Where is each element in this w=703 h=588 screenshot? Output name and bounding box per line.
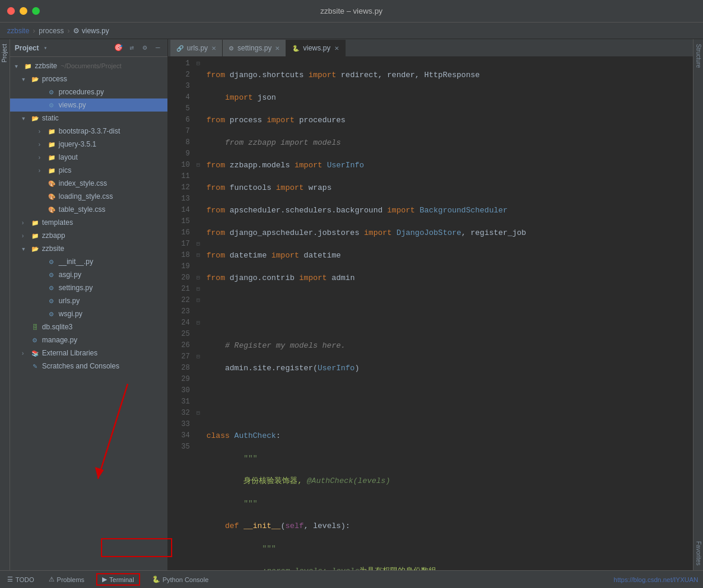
bottom-tab-problems[interactable]: ⚠ Problems bbox=[46, 574, 87, 584]
minimize-button[interactable] bbox=[20, 7, 27, 15]
tree-label-manage: manage.py bbox=[42, 336, 77, 344]
py-icon-procedures: ⚙ bbox=[47, 87, 56, 97]
maximize-button[interactable] bbox=[32, 7, 40, 15]
favorites-label[interactable]: Favorites bbox=[694, 536, 703, 570]
tree-arrow-external: › bbox=[22, 350, 30, 357]
code-content[interactable]: from django.shortcuts import redirect, r… bbox=[202, 57, 693, 570]
tree-label-bootstrap: bootstrap-3.3.7-dist bbox=[59, 127, 120, 135]
tree-label-asgi: asgi.py bbox=[59, 271, 81, 279]
left-side-panel: Project bbox=[0, 39, 10, 570]
tree-item-static[interactable]: ▾ 📂 static bbox=[10, 112, 167, 125]
tree-label-db: db.sqlite3 bbox=[42, 323, 72, 331]
py-icon-views: ⚙ bbox=[47, 100, 56, 110]
breadcrumb: zzbsite › process › ⚙ views.py bbox=[0, 23, 703, 39]
tree-item-zzbsite[interactable]: ▾ 📂 zzbsite bbox=[10, 242, 167, 255]
tree-item-manage[interactable]: ⚙ manage.py bbox=[10, 333, 167, 347]
structure-label[interactable]: Structure bbox=[694, 39, 703, 73]
close-panel-icon[interactable]: — bbox=[153, 43, 163, 53]
tree-arrow-bootstrap: › bbox=[39, 128, 47, 135]
py-icon-urls: ⚙ bbox=[47, 296, 56, 306]
tree-label-loading-css: loading_style.css bbox=[59, 192, 113, 201]
tree-arrow-zzbapp: › bbox=[22, 233, 30, 239]
tree-item-layout[interactable]: › 📁 layout bbox=[10, 151, 167, 164]
tree-arrow-jquery: › bbox=[39, 141, 47, 148]
bottom-tab-python-console[interactable]: 🐍 Python Console bbox=[150, 574, 211, 584]
tree-item-views[interactable]: ⚙ views.py bbox=[10, 98, 167, 112]
tree-item-root[interactable]: ▾ 📁 zzbsite ~/Documents/Project bbox=[10, 59, 167, 72]
window-controls bbox=[7, 7, 40, 15]
tab-views[interactable]: 🐍 views.py ✕ bbox=[286, 40, 345, 56]
collapse-icon[interactable]: ⇄ bbox=[127, 43, 137, 53]
db-icon: 🗄 bbox=[30, 322, 40, 332]
tree-label-init: __init__.py bbox=[59, 258, 93, 266]
breadcrumb-sep-2: › bbox=[67, 27, 69, 35]
tree-item-urls[interactable]: ⚙ urls.py bbox=[10, 294, 167, 307]
tree-label-process: process bbox=[42, 75, 67, 83]
scratches-icon: ✎ bbox=[30, 361, 40, 371]
bottom-tab-todo[interactable]: ☰ TODO bbox=[5, 574, 37, 584]
tab-icon-views: 🐍 bbox=[292, 45, 299, 52]
folder-icon-bootstrap: 📁 bbox=[47, 126, 56, 136]
tree-item-scratches[interactable]: ✎ Scratches and Consoles bbox=[10, 360, 167, 373]
folder-icon-zzbsite: 📂 bbox=[30, 244, 40, 253]
tree-item-pics[interactable]: › 📁 pics bbox=[10, 164, 167, 177]
py-icon-init: ⚙ bbox=[47, 257, 56, 266]
tree-item-wsgi[interactable]: ⚙ wsgi.py bbox=[10, 307, 167, 320]
tab-urls[interactable]: 🔗 urls.py ✕ bbox=[170, 40, 223, 56]
python-console-label: Python Console bbox=[163, 576, 209, 583]
css-icon-index: 🎨 bbox=[47, 179, 56, 188]
tree-item-process[interactable]: ▾ 📂 process bbox=[10, 72, 167, 85]
breadcrumb-item-file[interactable]: ⚙ views.py bbox=[73, 27, 109, 35]
folder-icon-static: 📂 bbox=[30, 113, 40, 123]
breadcrumb-sep-1: › bbox=[33, 27, 35, 35]
py-icon-asgi: ⚙ bbox=[47, 270, 56, 279]
bottom-tab-terminal[interactable]: ▶ Terminal bbox=[96, 573, 140, 586]
tree-item-loading-css[interactable]: 🎨 loading_style.css bbox=[10, 190, 167, 203]
tree-label-index-css: index_style.css bbox=[59, 179, 107, 187]
tree-label-pics: pics bbox=[59, 166, 71, 174]
tree-item-index-css[interactable]: 🎨 index_style.css bbox=[10, 177, 167, 190]
tree-label-layout: layout bbox=[59, 153, 78, 161]
folder-icon-jquery: 📁 bbox=[47, 139, 56, 149]
tab-close-urls[interactable]: ✕ bbox=[211, 45, 216, 52]
titlebar: zzbsite – views.py bbox=[0, 0, 703, 23]
tree-item-settings[interactable]: ⚙ settings.py bbox=[10, 281, 167, 294]
close-button[interactable] bbox=[7, 7, 15, 15]
tree-item-bootstrap[interactable]: › 📁 bootstrap-3.3.7-dist bbox=[10, 125, 167, 138]
breadcrumb-item-process[interactable]: process bbox=[39, 27, 64, 35]
project-panel-title: Project bbox=[15, 44, 39, 52]
tab-settings[interactable]: ⚙ settings.py ✕ bbox=[223, 40, 286, 56]
tree-label-templates: templates bbox=[42, 218, 73, 227]
status-url: https://blog.csdn.net/IYXUAN bbox=[614, 576, 698, 583]
terminal-icon: ▶ bbox=[102, 576, 107, 583]
tree-item-jquery[interactable]: › 📁 jquery-3.5.1 bbox=[10, 138, 167, 151]
tree-item-templates[interactable]: › 📁 templates bbox=[10, 216, 167, 229]
tree-label-root: zzbsite bbox=[35, 62, 57, 70]
py-icon-settings: ⚙ bbox=[47, 283, 56, 293]
tree-label-views: views.py bbox=[59, 101, 86, 109]
breadcrumb-item-root[interactable]: zzbsite bbox=[7, 27, 29, 35]
tree-item-table-css[interactable]: 🎨 table_style.css bbox=[10, 203, 167, 216]
tree-item-external[interactable]: › 📚 External Libraries bbox=[10, 347, 167, 360]
tree-item-asgi[interactable]: ⚙ asgi.py bbox=[10, 268, 167, 281]
tree-item-init[interactable]: ⚙ __init__.py bbox=[10, 255, 167, 268]
tree-label-external: External Libraries bbox=[42, 349, 97, 357]
project-dropdown-icon[interactable]: ▾ bbox=[44, 45, 48, 52]
tree-label-zzbsite: zzbsite bbox=[42, 244, 64, 253]
code-editor[interactable]: 1 2 3 4 5 6 7 8 9 10 11 12 13 14 15 16 1… bbox=[168, 57, 693, 570]
file-tree: ▾ 📁 zzbsite ~/Documents/Project ▾ 📂 proc… bbox=[10, 57, 167, 570]
tree-item-db[interactable]: 🗄 db.sqlite3 bbox=[10, 320, 167, 333]
external-icon: 📚 bbox=[30, 348, 40, 358]
tree-label-urls: urls.py bbox=[59, 297, 80, 305]
sidebar-item-project[interactable]: Project bbox=[0, 39, 9, 67]
tree-label-procedures: procedures.py bbox=[59, 88, 104, 96]
settings-icon[interactable]: ⚙ bbox=[140, 43, 150, 53]
tree-item-procedures[interactable]: ⚙ procedures.py bbox=[10, 85, 167, 98]
tab-close-views[interactable]: ✕ bbox=[334, 45, 339, 52]
terminal-label: Terminal bbox=[109, 576, 134, 583]
locate-icon[interactable]: 🎯 bbox=[114, 43, 124, 53]
folder-icon-zzbapp: 📁 bbox=[30, 231, 40, 240]
tree-item-zzbapp[interactable]: › 📁 zzbapp bbox=[10, 229, 167, 242]
tab-close-settings[interactable]: ✕ bbox=[275, 45, 280, 52]
project-header-icons: 🎯 ⇄ ⚙ — bbox=[114, 43, 163, 53]
